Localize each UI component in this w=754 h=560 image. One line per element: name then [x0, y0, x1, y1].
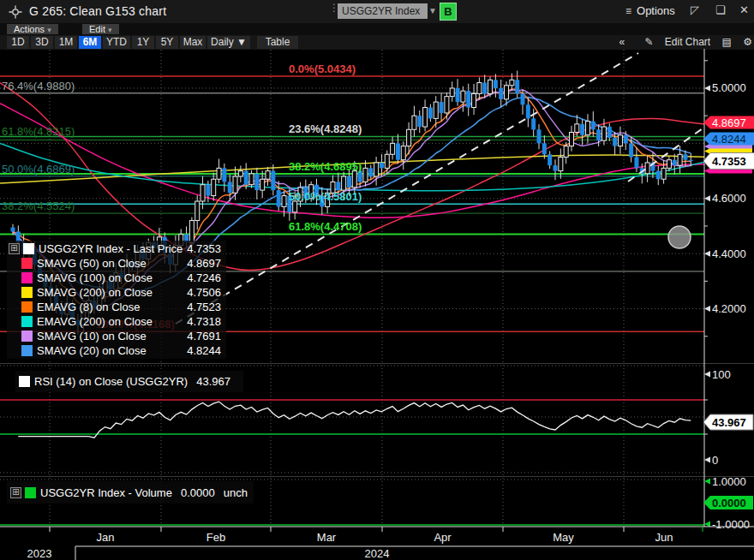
- candle: [244, 171, 248, 185]
- series-label: SMAVG (200) on Close: [37, 286, 153, 299]
- candle: [537, 129, 542, 143]
- candle: [575, 124, 579, 133]
- candle: [526, 104, 530, 118]
- fib-label: 76.4%(4.9880): [2, 80, 75, 92]
- candle: [385, 154, 389, 168]
- legend-row[interactable]: SMAVG (10) on Close4.7691: [9, 329, 224, 343]
- volume-swatch: [25, 487, 36, 498]
- candle: [629, 143, 633, 157]
- candle: [596, 129, 601, 140]
- series-swatch: [21, 272, 33, 283]
- price-axis[interactable]: 5.00004.60004.40004.200010001.0000-1.000…: [703, 49, 754, 531]
- candle: [260, 179, 265, 190]
- candle: [585, 122, 589, 135]
- candle: [542, 143, 547, 154]
- candle: [521, 93, 525, 104]
- legend-row[interactable]: SMAVG (20) on Close4.8244: [9, 343, 224, 358]
- candle: [559, 157, 563, 170]
- candle: [200, 185, 205, 201]
- legend-row[interactable]: SMAVG (50) on Close4.8697: [9, 256, 224, 271]
- volume-value: 0.0000: [181, 486, 215, 499]
- candle: [428, 108, 433, 119]
- candle: [217, 168, 221, 179]
- candle: [569, 132, 573, 146]
- series-label: SMAVG (100) on Close: [37, 271, 153, 284]
- candle: [689, 160, 693, 162]
- fib-label: 38.2%(4.5524): [2, 200, 75, 212]
- candle: [249, 174, 254, 185]
- legend-row[interactable]: EMAVG (8) on Close4.7523: [9, 300, 224, 314]
- candle: [222, 168, 226, 182]
- axis-label: 100: [712, 368, 731, 381]
- candle: [499, 88, 503, 99]
- candle: [591, 122, 595, 130]
- month-label: May: [553, 531, 574, 544]
- fib-label: 50.0%(4.6869): [2, 163, 75, 176]
- volume-legend[interactable]: ⊞USGG2YR Index - Volume0.0000unch: [7, 481, 254, 503]
- candle: [554, 165, 558, 170]
- axis-label: -1.0000: [712, 518, 750, 531]
- rsi-legend[interactable]: RSI (14) on Close (USGG2YR)43.967: [15, 371, 243, 392]
- candle: [271, 171, 275, 191]
- rsi-swatch: [19, 376, 30, 387]
- legend-row[interactable]: ⊞USGG2YR Index - Last Price4.7353: [9, 241, 224, 256]
- rsi-badge-value: 43.967: [712, 416, 746, 429]
- candle: [656, 171, 661, 180]
- series-swatch: [23, 243, 34, 254]
- series-value: 4.7353: [187, 242, 224, 255]
- candle: [417, 116, 422, 127]
- fib-label: 0.0%(5.0434): [289, 63, 356, 75]
- candle: [391, 143, 395, 154]
- series-value: 4.7691: [187, 330, 224, 343]
- candle: [580, 124, 584, 135]
- month-label: Mar: [317, 531, 337, 544]
- candle: [445, 97, 449, 113]
- candle: [407, 129, 411, 146]
- candle: [189, 221, 194, 243]
- candle: [515, 80, 519, 93]
- series-swatch: [21, 301, 33, 313]
- rsi-label: RSI (14) on Close (USGG2YR): [34, 375, 188, 388]
- time-axis[interactable]: JanFebMarAprMayJun20232024: [0, 527, 754, 560]
- volume-expander-icon[interactable]: ⊞: [10, 487, 21, 498]
- series-value: 4.8697: [187, 257, 224, 270]
- trendline[interactable]: [176, 53, 638, 324]
- series-swatch: [21, 331, 33, 342]
- series-value: 4.7523: [187, 301, 224, 313]
- candle: [645, 163, 649, 174]
- series-value: 4.7318: [187, 315, 224, 328]
- series-value: 4.7506: [187, 286, 224, 299]
- candle: [423, 108, 428, 128]
- series-swatch: [21, 258, 33, 269]
- legend-row[interactable]: EMAVG (200) on Close4.7318: [9, 314, 224, 329]
- candle: [607, 127, 612, 138]
- rsi-value: 43.967: [196, 375, 230, 388]
- candle: [238, 171, 242, 176]
- candle: [195, 201, 200, 221]
- candle: [206, 185, 210, 196]
- candle: [440, 102, 444, 113]
- fib-label: 61.8%(4.4708): [289, 220, 362, 233]
- axis-label: 4.6000: [712, 192, 746, 205]
- candle: [401, 146, 405, 160]
- candle: [228, 182, 232, 193]
- candle: [494, 80, 498, 88]
- candle: [374, 163, 379, 176]
- legend-row[interactable]: SMAVG (100) on Close4.7246: [9, 271, 224, 285]
- fib-label: 50.0%(4.5801): [289, 190, 362, 203]
- candle: [342, 176, 346, 190]
- candle: [282, 196, 286, 207]
- candle: [673, 160, 677, 165]
- legend-row[interactable]: SMAVG (200) on Close4.7506: [9, 285, 224, 300]
- candle: [678, 154, 682, 165]
- candle: [624, 135, 628, 144]
- candle: [380, 163, 384, 168]
- series-label: EMAVG (200) on Close: [37, 315, 153, 328]
- candle: [352, 171, 356, 188]
- candle: [531, 118, 536, 129]
- legend-expander-icon[interactable]: ⊞: [9, 243, 20, 254]
- month-label: Apr: [434, 531, 452, 544]
- candle: [472, 93, 476, 107]
- rsi-line: [18, 402, 691, 438]
- candle: [683, 154, 687, 159]
